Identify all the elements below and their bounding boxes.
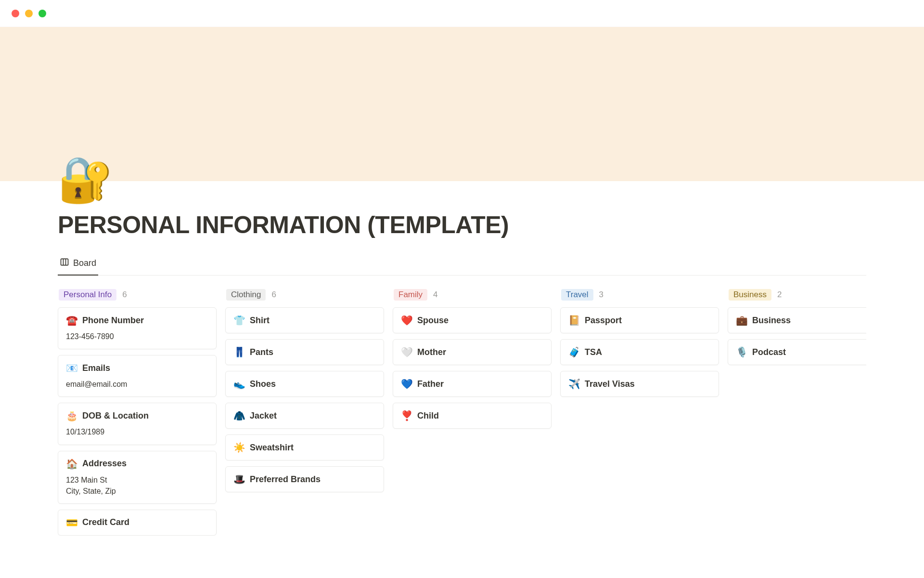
page-cover: 🔐 <box>0 27 924 181</box>
board-column: Business2💼Business🎙️Podcast <box>728 289 866 536</box>
view-tabs: Board <box>58 252 866 276</box>
card-icon: 👟 <box>233 378 244 390</box>
card-title: TSA <box>585 347 602 357</box>
column-header[interactable]: Travel3 <box>560 289 719 301</box>
card-icon: ☎️ <box>66 315 77 326</box>
card-icon: 👖 <box>233 346 244 358</box>
board-card[interactable]: 💳Credit Card <box>58 510 217 536</box>
card-title: Child <box>417 411 439 421</box>
board-icon <box>60 257 69 269</box>
card-icon: ❤️ <box>401 315 411 326</box>
card-title: Credit Card <box>82 517 129 527</box>
card-title: Addresses <box>82 459 127 469</box>
board-card[interactable]: 🎂DOB & Location10/13/1989 <box>58 403 217 445</box>
card-icon: 🧥 <box>233 410 244 421</box>
svg-rect-0 <box>61 259 68 265</box>
tab-board[interactable]: Board <box>58 252 98 275</box>
board-card[interactable]: 🏠Addresses123 Main St City, State, Zip <box>58 451 217 504</box>
column-tag: Clothing <box>226 289 266 301</box>
card-title: Business <box>752 315 791 326</box>
board-card[interactable]: 🎙️Podcast <box>728 339 866 365</box>
card-icon: ✈️ <box>568 378 579 390</box>
card-title: Emails <box>82 363 110 373</box>
board-card[interactable]: 📧Emailsemail@email.com <box>58 355 217 397</box>
card-title-row: ❤️Spouse <box>401 315 543 326</box>
card-icon: ❣️ <box>401 410 411 421</box>
card-title: Shoes <box>250 379 276 389</box>
board: Personal Info6☎️Phone Number123-456-7890… <box>58 276 866 536</box>
board-column: Travel3📔Passport🧳TSA✈️Travel Visas <box>560 289 719 536</box>
column-count: 6 <box>271 290 276 300</box>
column-count: 3 <box>599 290 603 300</box>
card-title-row: 🎩Preferred Brands <box>233 473 376 485</box>
board-card[interactable]: 📔Passport <box>560 307 719 333</box>
card-title: Phone Number <box>82 315 144 326</box>
column-header[interactable]: Personal Info6 <box>58 289 217 301</box>
card-title-row: 💼Business <box>736 315 866 326</box>
column-header[interactable]: Family4 <box>393 289 552 301</box>
column-header[interactable]: Business2 <box>728 289 866 301</box>
board-column: Personal Info6☎️Phone Number123-456-7890… <box>58 289 217 536</box>
card-icon: 📧 <box>66 362 77 374</box>
column-header[interactable]: Clothing6 <box>225 289 384 301</box>
card-title: DOB & Location <box>82 411 149 421</box>
board-card[interactable]: ☎️Phone Number123-456-7890 <box>58 307 217 349</box>
card-title-row: 📔Passport <box>568 315 711 326</box>
cards-list: 📔Passport🧳TSA✈️Travel Visas <box>560 307 719 397</box>
card-title-row: ✈️Travel Visas <box>568 378 711 390</box>
card-icon: 🏠 <box>66 458 77 470</box>
card-title-row: 📧Emails <box>66 362 208 374</box>
column-tag: Family <box>394 289 427 301</box>
window-minimize-button[interactable] <box>25 10 33 17</box>
column-tag: Personal Info <box>59 289 116 301</box>
board-column: Clothing6👕Shirt👖Pants👟Shoes🧥Jacket☀️Swea… <box>225 289 384 536</box>
board-card[interactable]: 💙Father <box>393 371 552 397</box>
card-icon: 🎙️ <box>736 346 746 358</box>
card-title: Travel Visas <box>585 379 635 389</box>
board-card[interactable]: 🎩Preferred Brands <box>225 466 384 492</box>
card-body: 123 Main St City, State, Zip <box>66 474 208 497</box>
card-icon: 👕 <box>233 315 244 326</box>
card-title: Pants <box>250 347 273 357</box>
card-title: Passport <box>585 315 622 326</box>
card-title-row: 💳Credit Card <box>66 517 208 528</box>
board-card[interactable]: ❣️Child <box>393 403 552 429</box>
card-body: email@email.com <box>66 379 208 390</box>
cards-list: 👕Shirt👖Pants👟Shoes🧥Jacket☀️Sweatshirt🎩Pr… <box>225 307 384 492</box>
board-card[interactable]: 👖Pants <box>225 339 384 365</box>
card-icon: 💳 <box>66 517 77 528</box>
board-card[interactable]: 🧳TSA <box>560 339 719 365</box>
card-title: Preferred Brands <box>250 474 321 485</box>
board-card[interactable]: ☀️Sweatshirt <box>225 434 384 460</box>
column-count: 2 <box>777 290 782 300</box>
card-title: Jacket <box>250 411 277 421</box>
board-card[interactable]: 💼Business <box>728 307 866 333</box>
card-title: Shirt <box>250 315 270 326</box>
card-title-row: 🧳TSA <box>568 346 711 358</box>
board-card[interactable]: 🤍Mother <box>393 339 552 365</box>
card-title-row: 🎂DOB & Location <box>66 410 208 421</box>
window-close-button[interactable] <box>12 10 19 17</box>
board-card[interactable]: 🧥Jacket <box>225 403 384 429</box>
card-icon: 💙 <box>401 378 411 390</box>
window-zoom-button[interactable] <box>38 10 46 17</box>
board-card[interactable]: ❤️Spouse <box>393 307 552 333</box>
card-title: Sweatshirt <box>250 443 294 453</box>
board-card[interactable]: 👟Shoes <box>225 371 384 397</box>
card-title: Father <box>417 379 444 389</box>
page-title[interactable]: PERSONAL INFORMATION (TEMPLATE) <box>58 211 866 239</box>
column-count: 6 <box>122 290 127 300</box>
card-title-row: ❣️Child <box>401 410 543 421</box>
column-tag: Business <box>729 289 771 301</box>
card-title-row: 🧥Jacket <box>233 410 376 421</box>
page-icon[interactable]: 🔐 <box>58 157 113 201</box>
card-title-row: ☎️Phone Number <box>66 315 208 326</box>
board-card[interactable]: 👕Shirt <box>225 307 384 333</box>
board-column: Family4❤️Spouse🤍Mother💙Father❣️Child <box>393 289 552 536</box>
board-card[interactable]: ✈️Travel Visas <box>560 371 719 397</box>
card-title: Podcast <box>752 347 786 357</box>
card-title-row: 💙Father <box>401 378 543 390</box>
card-body: 123-456-7890 <box>66 331 208 342</box>
card-title: Mother <box>417 347 446 357</box>
card-title-row: 🎙️Podcast <box>736 346 866 358</box>
